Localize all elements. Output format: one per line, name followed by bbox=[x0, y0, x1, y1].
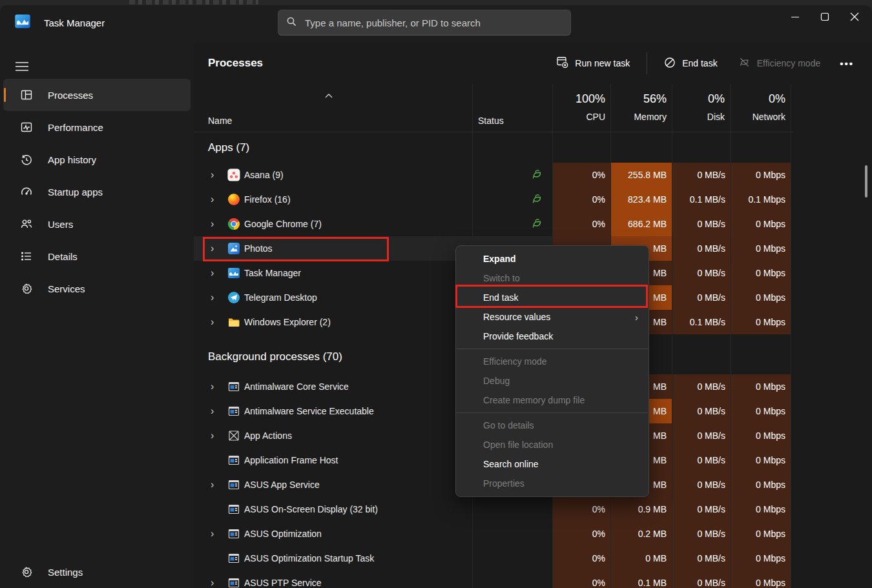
network-cell: 0 Mbps bbox=[731, 522, 791, 546]
process-row-asus-optimization-startup-task[interactable]: ASUS Optimization Startup Task0%0 MB0 MB… bbox=[194, 546, 791, 571]
gear-icon bbox=[19, 565, 34, 579]
process-name: Firefox (16) bbox=[244, 194, 291, 205]
network-cell: 0 Mbps bbox=[731, 212, 791, 236]
process-row-asus-optimization[interactable]: ›ASUS Optimization0%0.2 MB0 MB/s0 Mbps bbox=[194, 522, 791, 546]
disk-cell: 0 MB/s bbox=[672, 261, 731, 285]
network-cell: 0 Mbps bbox=[731, 285, 791, 310]
process-name: App Actions bbox=[244, 431, 292, 441]
details-icon bbox=[19, 249, 34, 263]
sidebar-item-label: Users bbox=[48, 219, 73, 230]
chevron-right-icon[interactable]: › bbox=[211, 381, 214, 392]
menu-item-expand[interactable]: Expand bbox=[456, 249, 649, 269]
chevron-right-icon[interactable]: › bbox=[211, 218, 214, 230]
sidebar-item-label: Processes bbox=[48, 90, 93, 101]
sidebar-item-label: Settings bbox=[48, 567, 83, 578]
sidebar-item-processes[interactable]: Processes bbox=[3, 79, 191, 111]
memory-cell: 255.8 MB bbox=[611, 163, 672, 187]
process-row-asana-9[interactable]: ›Asana (9)0%255.8 MB0 MB/s0 Mbps bbox=[194, 163, 791, 187]
process-row-asus-ptp-service[interactable]: ›ASUS PTP Service0%0.1 MB0 MB/s0 Mbps bbox=[194, 571, 791, 588]
menu-item-label: Provide feedback bbox=[483, 331, 553, 341]
window-app-icon bbox=[227, 405, 240, 418]
cpu-cell: 0% bbox=[553, 212, 610, 236]
chevron-right-icon[interactable]: › bbox=[211, 292, 214, 303]
menu-item-provide-feedback[interactable]: Provide feedback bbox=[456, 327, 649, 346]
process-row-google-chrome-7[interactable]: ›Google Chrome (7)0%686.2 MB0 MB/s0 Mbps bbox=[194, 212, 791, 236]
menu-item-label: Expand bbox=[483, 254, 516, 264]
menu-item-debug: Debug bbox=[456, 371, 649, 390]
processes-icon bbox=[19, 88, 34, 102]
app-actions-app-icon bbox=[227, 429, 240, 442]
disk-cell: 0 MB/s bbox=[672, 448, 731, 472]
menu-item-label: Go to details bbox=[483, 420, 534, 431]
process-row-firefox-16[interactable]: ›Firefox (16)0%823.4 MB0.1 MB/s0.1 Mbps bbox=[194, 187, 791, 212]
menu-item-resource-values[interactable]: Resource values› bbox=[456, 307, 649, 327]
memory-cell: 823.4 MB bbox=[611, 187, 672, 212]
photos-row-highlight-annotation bbox=[203, 237, 389, 261]
process-name: ASUS On-Screen Display (32 bit) bbox=[244, 504, 378, 514]
menu-separator bbox=[457, 412, 648, 413]
chevron-right-icon[interactable]: › bbox=[211, 267, 214, 279]
title-bar: Task Manager bbox=[0, 5, 872, 43]
submenu-chevron-icon: › bbox=[635, 312, 638, 323]
sidebar-item-users[interactable]: Users bbox=[3, 208, 191, 240]
disk-cell: 0 MB/s bbox=[672, 374, 731, 399]
end-task-highlight-annotation bbox=[455, 285, 648, 308]
menu-item-label: Properties bbox=[483, 478, 524, 489]
chevron-right-icon[interactable]: › bbox=[211, 194, 214, 205]
process-name: Application Frame Host bbox=[244, 455, 338, 465]
task-manager-window: Task Manager bbox=[0, 5, 872, 588]
cpu-cell: 0% bbox=[553, 163, 610, 187]
chevron-right-icon[interactable]: › bbox=[211, 405, 214, 417]
disk-cell: 0 MB/s bbox=[672, 472, 731, 497]
process-name: ASUS App Service bbox=[244, 480, 320, 490]
search-box[interactable] bbox=[278, 10, 571, 35]
scrollbar-thumb[interactable] bbox=[865, 165, 867, 198]
process-name: Task Manager bbox=[244, 268, 301, 278]
navigation-menu-button[interactable] bbox=[10, 56, 34, 77]
network-cell: 0 Mbps bbox=[731, 310, 791, 334]
scrollbar-track[interactable] bbox=[862, 85, 871, 588]
process-name: Antimalware Service Executable bbox=[244, 406, 374, 416]
chevron-right-icon[interactable]: › bbox=[211, 430, 214, 441]
sidebar-item-startup-apps[interactable]: Startup apps bbox=[3, 176, 191, 208]
efficiency-leaf-icon bbox=[530, 218, 543, 230]
sidebar-item-services[interactable]: Services bbox=[3, 272, 191, 305]
menu-item-search-online[interactable]: Search online bbox=[456, 454, 649, 474]
window-app-icon bbox=[227, 576, 240, 588]
sidebar-item-label: Startup apps bbox=[48, 187, 103, 198]
search-input[interactable] bbox=[305, 17, 563, 28]
task-manager-logo-icon bbox=[14, 13, 31, 30]
process-row-asus-on-screen-display-32-bit[interactable]: ASUS On-Screen Display (32 bit)0%0.9 MB0… bbox=[194, 497, 791, 522]
window-app-icon bbox=[227, 503, 240, 516]
users-icon bbox=[19, 217, 34, 231]
chevron-right-icon[interactable]: › bbox=[211, 577, 214, 588]
chevron-right-icon[interactable]: › bbox=[211, 169, 214, 181]
chevron-right-icon[interactable]: › bbox=[211, 479, 214, 491]
services-icon bbox=[19, 281, 34, 296]
sidebar-item-details[interactable]: Details bbox=[3, 240, 191, 272]
minimize-button[interactable] bbox=[780, 5, 810, 28]
menu-item-label: Resource values bbox=[483, 312, 550, 322]
chevron-right-icon[interactable]: › bbox=[211, 528, 214, 540]
memory-cell: 0.2 MB bbox=[611, 522, 672, 546]
startup-apps-icon bbox=[19, 185, 34, 199]
sidebar-item-performance[interactable]: Performance bbox=[3, 111, 191, 143]
sidebar-item-settings[interactable]: Settings bbox=[3, 556, 191, 588]
maximize-button[interactable] bbox=[810, 5, 840, 28]
process-name: ASUS PTP Service bbox=[244, 578, 322, 588]
menu-item-label: Create memory dump file bbox=[483, 395, 585, 405]
network-cell: 0 Mbps bbox=[731, 399, 791, 423]
close-button[interactable] bbox=[840, 5, 869, 28]
taskmanager-app-icon bbox=[227, 267, 240, 279]
sidebar-item-label: Performance bbox=[48, 122, 103, 133]
asana-app-icon bbox=[227, 168, 240, 181]
efficiency-leaf-icon bbox=[530, 193, 543, 206]
window-app-icon bbox=[227, 552, 240, 565]
menu-item-label: Switch to bbox=[483, 273, 520, 283]
disk-cell: 0 MB/s bbox=[672, 571, 731, 588]
sidebar-item-label: Details bbox=[48, 251, 78, 262]
sidebar-item-app-history[interactable]: App history bbox=[3, 143, 191, 176]
menu-separator bbox=[457, 349, 648, 349]
chrome-app-icon bbox=[227, 218, 240, 230]
chevron-right-icon[interactable]: › bbox=[211, 316, 214, 328]
